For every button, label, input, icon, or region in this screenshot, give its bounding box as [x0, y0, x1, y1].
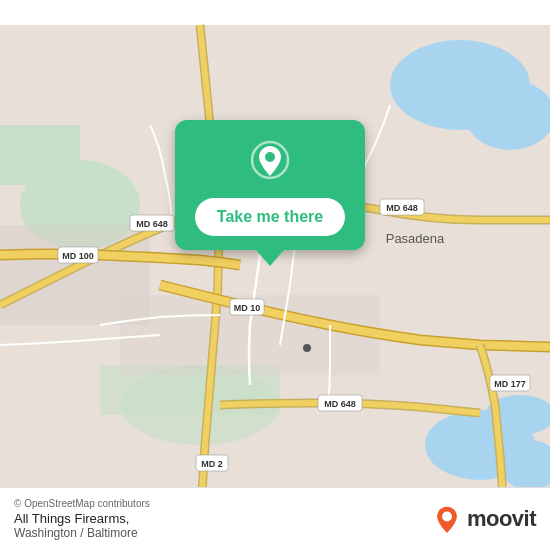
- svg-text:MD 177: MD 177: [494, 379, 526, 389]
- moovit-logo: moovit: [433, 505, 536, 533]
- svg-rect-7: [0, 125, 80, 185]
- button-container: Take me there: [175, 120, 365, 266]
- location-region: Washington / Baltimore: [14, 526, 150, 540]
- bottom-bar: © OpenStreetMap contributors All Things …: [0, 487, 550, 550]
- take-me-there-button[interactable]: Take me there: [195, 198, 345, 236]
- location-icon: [248, 138, 292, 186]
- panel-pointer: [256, 250, 284, 266]
- copyright-text: © OpenStreetMap contributors: [14, 498, 150, 509]
- svg-point-31: [265, 152, 275, 162]
- svg-point-29: [303, 344, 311, 352]
- bottom-left: © OpenStreetMap contributors All Things …: [14, 498, 150, 540]
- svg-text:MD 10: MD 10: [234, 303, 261, 313]
- svg-text:MD 648: MD 648: [324, 399, 356, 409]
- svg-text:MD 648: MD 648: [386, 203, 418, 213]
- svg-text:MD 648: MD 648: [136, 219, 168, 229]
- svg-text:MD 2: MD 2: [201, 459, 223, 469]
- map-container: MD 648 MD 648 MD 2 MD 2 MD 100 MD 10 MD …: [0, 0, 550, 550]
- moovit-text: moovit: [467, 506, 536, 532]
- svg-text:MD 100: MD 100: [62, 251, 94, 261]
- svg-text:Pasadena: Pasadena: [386, 231, 445, 246]
- location-name: All Things Firearms,: [14, 511, 150, 526]
- map-svg: MD 648 MD 648 MD 2 MD 2 MD 100 MD 10 MD …: [0, 0, 550, 550]
- moovit-pin-icon: [433, 505, 461, 533]
- svg-point-32: [442, 512, 452, 522]
- green-panel: Take me there: [175, 120, 365, 250]
